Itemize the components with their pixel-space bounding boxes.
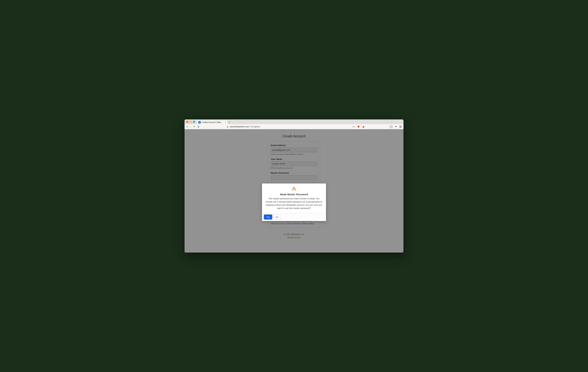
minimize-window-icon[interactable] [189, 121, 192, 123]
browser-menu-icon[interactable] [399, 126, 402, 128]
modal-text: The master password you have chosen is w… [265, 197, 323, 210]
modal-no-button[interactable]: No [273, 215, 281, 219]
back-button[interactable]: ◁ [186, 125, 188, 128]
svg-rect-0 [294, 188, 294, 189]
bitwarden-extension-icon[interactable]: U [390, 125, 392, 128]
brave-shield-icon[interactable] [357, 125, 360, 128]
close-window-icon[interactable] [186, 121, 188, 123]
modal-title: Weak Master Password [265, 193, 323, 196]
window-controls [186, 121, 195, 123]
brave-rewards-icon[interactable] [362, 125, 365, 128]
browser-window: U Create Account | Bitwarden Web × + ◁ ▷… [185, 119, 403, 253]
modal-yes-button[interactable]: Yes [264, 215, 272, 219]
maximize-window-icon[interactable] [193, 121, 195, 123]
browser-toolbar: ◁ ▷ ⟳ 🔒 vault.bitwarden.com/#/register ⊶… [185, 124, 403, 129]
close-tab-icon[interactable]: × [225, 121, 226, 124]
warning-icon [292, 186, 296, 191]
window-titlebar: U Create Account | Bitwarden Web × + [185, 119, 403, 124]
address-bar[interactable]: 🔒 vault.bitwarden.com/#/register [226, 125, 260, 128]
browser-tab[interactable]: U Create Account | Bitwarden Web × [197, 120, 227, 124]
weak-password-modal: Weak Master Password The master password… [262, 183, 326, 221]
bookmark-icon[interactable] [197, 126, 200, 128]
page-content: Create Account Email Address You'll use … [185, 129, 403, 253]
extensions-icon[interactable]: ✦ [395, 125, 397, 128]
new-tab-button[interactable]: + [229, 121, 230, 124]
tab-title: Create Account | Bitwarden Web [202, 121, 224, 124]
password-key-icon[interactable]: ⊶ [352, 125, 355, 128]
svg-rect-1 [294, 189, 294, 190]
url-path: /#/register [250, 125, 260, 128]
url-host: vault.bitwarden.com [230, 125, 249, 128]
forward-button: ▷ [189, 125, 191, 128]
lock-icon: 🔒 [226, 126, 229, 128]
bitwarden-favicon-icon: U [198, 121, 201, 124]
reload-button[interactable]: ⟳ [193, 125, 195, 128]
